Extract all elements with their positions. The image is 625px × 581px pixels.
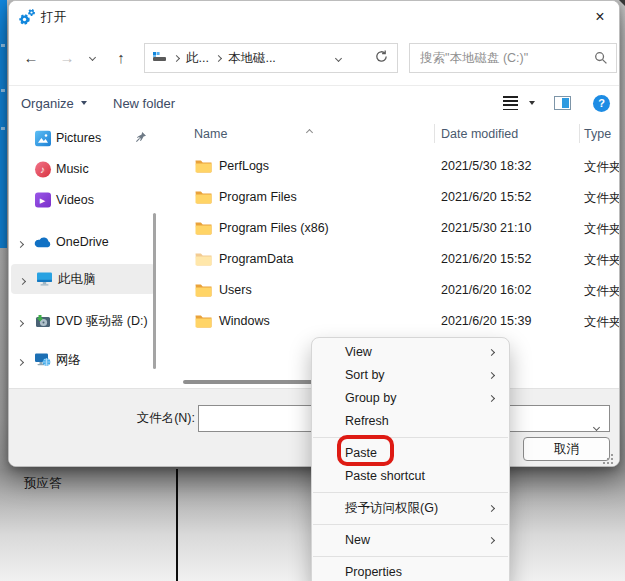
file-row-programdata[interactable]: ProgramData 2021/6/20 15:52 文件夹 [166,244,620,275]
sidebar-item-label: Videos [56,193,94,207]
file-date: 2021/6/20 16:02 [441,283,531,297]
file-row-program-files[interactable]: Program Files 2021/6/20 15:52 文件夹 [166,182,620,213]
sidebar-item-onedrive[interactable]: OneDrive [9,230,164,254]
column-header-name[interactable]: Name [194,122,227,146]
chevron-down-icon [81,101,87,105]
breadcrumb[interactable]: 此... 本地磁... [144,43,398,73]
organize-label: Organize [21,96,74,111]
command-toolbar: Organize New folder ? [9,85,619,119]
search-input[interactable] [410,44,588,72]
sidebar-item-this-pc[interactable]: 此电脑 [11,264,155,294]
column-header-date-modified[interactable]: Date modified [441,122,518,146]
sidebar-item-network[interactable]: 网络 [9,348,164,372]
preview-pane-button[interactable] [554,86,571,120]
file-name: Windows [219,314,270,328]
sidebar-scrollbar[interactable] [153,213,156,369]
window-title: 打开 [41,9,66,26]
file-name: ProgramData [219,252,293,266]
address-dropdown-chevron[interactable] [335,54,342,61]
help-button[interactable]: ? [593,86,610,120]
file-type: 文件夹 [584,190,620,207]
resize-grip[interactable] [611,454,613,456]
background-window-edge [0,0,7,248]
menu-item-group-by[interactable]: Group by [312,387,509,410]
filename-label: 文件名(N): [69,410,195,427]
menu-item-paste-shortcut[interactable]: Paste shortcut [312,465,509,488]
expand-chevron-icon[interactable] [18,233,23,251]
sidebar-item-videos[interactable]: ▶ Videos [9,188,164,212]
cancel-label: 取消 [554,441,579,458]
menu-item-give-access[interactable]: 授予访问权限(G) [312,497,509,520]
menu-item-label: View [345,345,372,359]
menu-item-label: Properties [345,565,402,579]
list-view-icon [503,96,518,110]
videos-icon: ▶ [34,192,51,209]
folder-icon [195,283,212,301]
file-row-perflogs[interactable]: PerfLogs 2021/5/30 18:32 文件夹 [166,151,620,182]
menu-item-label: Refresh [345,414,389,428]
combobox-chevron-icon[interactable] [594,416,599,434]
menu-item-label: 授予访问权限(G) [345,501,438,515]
submenu-chevron-icon [488,537,495,544]
expand-chevron-icon[interactable] [18,351,23,369]
folder-icon [195,159,212,177]
new-folder-button[interactable]: New folder [113,86,175,120]
submenu-chevron-icon [488,372,495,379]
menu-item-new[interactable]: New [312,529,509,552]
search-icon [594,51,608,69]
paste-annotation-highlight [337,435,394,466]
menu-separator [313,556,508,557]
navigation-bar: ← → ↑ 此... 本地磁... [9,33,619,81]
file-date: 2021/6/20 15:39 [441,314,531,328]
file-name: Program Files (x86) [219,221,329,235]
view-mode-button[interactable] [503,86,518,120]
close-button[interactable]: × [585,3,615,31]
expand-chevron-icon[interactable] [20,270,25,288]
forward-button[interactable]: → [53,43,81,71]
drive-icon [152,50,167,66]
column-header-type[interactable]: Type [584,122,611,146]
menu-item-refresh[interactable]: Refresh [312,410,509,433]
column-divider[interactable] [434,124,435,143]
organize-button[interactable]: Organize [21,86,87,120]
file-row-program-files-x86[interactable]: Program Files (x86) 2021/5/30 21:10 文件夹 [166,213,620,244]
sidebar-item-dvd-drive[interactable]: DVD 驱动器 (D:) [9,309,164,333]
history-chevron-button[interactable] [83,43,101,71]
back-button[interactable]: ← [17,43,45,71]
sidebar-item-label: Pictures [56,131,101,145]
file-date: 2021/5/30 18:32 [441,159,531,173]
file-row-windows[interactable]: Windows 2021/6/20 15:39 文件夹 [166,306,620,337]
cancel-button[interactable]: 取消 [523,437,610,461]
file-row-users[interactable]: Users 2021/6/20 16:02 文件夹 [166,275,620,306]
column-divider[interactable] [579,124,580,143]
refresh-icon[interactable] [374,49,389,67]
file-name: Program Files [219,190,297,204]
chevron-down-icon [529,101,535,105]
search-box [409,43,617,73]
breadcrumb-chevron-icon [215,54,222,61]
folder-icon [195,314,212,332]
breadcrumb-chevron-icon [173,54,180,61]
file-type: 文件夹 [584,314,620,331]
file-date: 2021/5/30 21:10 [441,221,531,235]
menu-item-label: Group by [345,391,396,405]
sidebar-item-music[interactable]: ♪ Music [9,157,164,181]
desktop-background-label: 预应答 [24,475,62,492]
menu-item-sort-by[interactable]: Sort by [312,364,509,387]
sidebar-item-pictures[interactable]: Pictures [9,126,164,150]
file-type: 文件夹 [584,159,620,176]
file-name: PerfLogs [219,159,269,173]
menu-separator [313,524,508,525]
expand-chevron-icon[interactable] [18,312,23,330]
menu-item-properties[interactable]: Properties [312,561,509,581]
up-button[interactable]: ↑ [107,43,135,71]
view-mode-chevron[interactable] [529,86,535,120]
menu-item-label: Paste shortcut [345,469,425,483]
dvd-drive-icon [34,313,51,330]
this-pc-icon [36,271,53,288]
hidden-folder-icon [195,252,212,270]
menu-item-view[interactable]: View [312,341,509,364]
breadcrumb-local-disk[interactable]: 本地磁... [228,50,276,67]
breadcrumb-this-pc[interactable]: 此... [186,50,209,67]
folder-icon [195,190,212,208]
